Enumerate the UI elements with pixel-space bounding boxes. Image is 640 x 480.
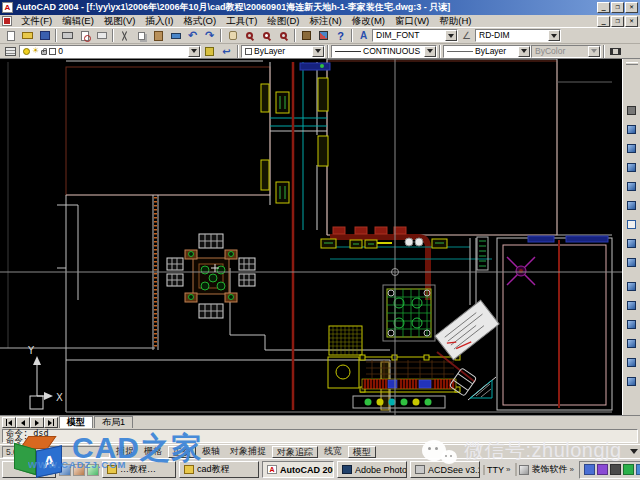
menu-insert[interactable]: 插入(I)	[140, 15, 178, 28]
layer-combo[interactable]: ☀ 0	[19, 45, 201, 58]
status-otrack[interactable]: 对象追踪	[272, 446, 318, 458]
last-tab-icon[interactable]	[44, 417, 58, 428]
3d-orbit-icon[interactable]	[624, 279, 640, 294]
layer-previous-icon[interactable]: ↩	[218, 44, 235, 58]
task-button-tutorial-folder[interactable]: …教程…	[102, 461, 176, 478]
lineweight-settings-icon[interactable]	[607, 44, 624, 58]
zoom-realtime-icon[interactable]	[241, 29, 258, 43]
tray-icon[interactable]	[610, 464, 621, 475]
new-icon[interactable]	[2, 29, 19, 43]
status-menu-arrow-icon[interactable]	[630, 449, 638, 458]
restore-icon[interactable]: ❐	[611, 2, 624, 13]
tray-icon[interactable]	[584, 464, 595, 475]
dropdown-arrow-icon[interactable]	[548, 30, 560, 41]
tab-layout1[interactable]: 布局1	[94, 416, 133, 428]
3d-pan-icon[interactable]	[624, 298, 640, 313]
shade-2d-wireframe-icon[interactable]	[624, 141, 640, 156]
layer-manager-icon[interactable]	[2, 44, 19, 58]
status-grid[interactable]: 栅格	[140, 446, 166, 458]
menu-format[interactable]: 格式(O)	[178, 15, 221, 28]
shade-hidden-icon[interactable]	[624, 179, 640, 194]
lineweight-combo[interactable]: ByLayer	[443, 45, 531, 58]
chevron-icon[interactable]: »	[506, 465, 510, 474]
plot-preview-icon[interactable]	[76, 29, 93, 43]
status-ortho[interactable]: 正交	[168, 446, 196, 458]
tab-model[interactable]: 模型	[59, 416, 93, 428]
3d-distance-icon[interactable]	[624, 355, 640, 370]
decor-software-band[interactable]: 装饰软件 »	[515, 463, 575, 476]
autocad-app-icon[interactable]: A	[2, 2, 13, 13]
language-band[interactable]: TTY »	[483, 465, 512, 475]
tray-icon[interactable]	[636, 464, 640, 475]
dropdown-arrow-icon[interactable]	[188, 46, 200, 57]
task-button-cad-folder[interactable]: cad教程	[179, 461, 259, 478]
copy-icon[interactable]	[133, 29, 150, 43]
designcenter-icon[interactable]	[298, 29, 315, 43]
tray-icon[interactable]	[597, 464, 608, 475]
task-button-acdsee[interactable]: ACDSee v3.1…	[410, 461, 480, 478]
open-icon[interactable]	[19, 29, 36, 43]
help-icon[interactable]: ?	[332, 29, 349, 43]
quick-launch-icon[interactable]	[73, 464, 85, 476]
status-lwt[interactable]: 线宽	[320, 446, 346, 458]
3d-zoom-icon[interactable]	[624, 317, 640, 332]
dropdown-arrow-icon[interactable]	[518, 46, 530, 57]
menu-dimension[interactable]: 标注(N)	[305, 15, 347, 28]
render-icon[interactable]	[624, 103, 640, 118]
prev-tab-icon[interactable]	[16, 417, 30, 428]
quick-launch-icon[interactable]	[59, 464, 71, 476]
zoom-previous-icon[interactable]	[275, 29, 292, 43]
doc-minimize-icon[interactable]: _	[597, 16, 610, 27]
plot-icon[interactable]	[59, 29, 76, 43]
text-style-combo[interactable]: DIM_FONT	[372, 29, 458, 42]
3d-clip-icon[interactable]	[624, 374, 640, 389]
menu-file[interactable]: 文件(F)	[16, 15, 57, 28]
make-object-layer-current-icon[interactable]	[201, 44, 218, 58]
zoom-window-icon[interactable]	[258, 29, 275, 43]
document-icon[interactable]	[2, 16, 12, 26]
menu-edit[interactable]: 编辑(E)	[57, 15, 99, 28]
image-icon[interactable]	[624, 217, 640, 232]
task-button-autocad[interactable]: A AutoCAD 200…	[262, 461, 334, 478]
next-tab-icon[interactable]	[30, 417, 44, 428]
dropdown-arrow-icon[interactable]	[445, 30, 457, 41]
color-combo[interactable]: ByLayer	[241, 45, 325, 58]
doc-restore-icon[interactable]: ❐	[611, 16, 624, 27]
undo-icon[interactable]: ↶	[184, 29, 201, 43]
match-properties-icon[interactable]	[167, 29, 184, 43]
3d-views-icon[interactable]	[624, 122, 640, 137]
text-style-icon[interactable]: A	[355, 29, 372, 43]
named-views-icon[interactable]	[624, 236, 640, 251]
tool-palettes-icon[interactable]	[315, 29, 332, 43]
first-tab-icon[interactable]	[2, 417, 16, 428]
dim-style-combo[interactable]: RD-DIM	[475, 29, 561, 42]
dropdown-arrow-icon[interactable]	[424, 46, 436, 57]
cut-icon[interactable]	[116, 29, 133, 43]
menu-view[interactable]: 视图(V)	[99, 15, 141, 28]
dropdown-arrow-icon[interactable]	[312, 46, 324, 57]
tray-icon[interactable]	[623, 464, 634, 475]
publish-icon[interactable]	[93, 29, 110, 43]
status-polar[interactable]: 极轴	[198, 446, 224, 458]
close-icon[interactable]: ✕	[625, 2, 638, 13]
doc-close-icon[interactable]: ✕	[625, 16, 638, 27]
save-icon[interactable]	[36, 29, 53, 43]
toolbar-grip[interactable]	[626, 62, 638, 65]
paste-icon[interactable]	[150, 29, 167, 43]
menu-draw[interactable]: 绘图(D)	[262, 15, 304, 28]
menu-modify[interactable]: 修改(M)	[347, 15, 390, 28]
command-text-area[interactable]: 命令: dsd 命令:	[2, 429, 638, 443]
menu-window[interactable]: 窗口(W)	[390, 15, 434, 28]
start-button[interactable]	[2, 461, 56, 478]
status-osnap[interactable]: 对象捕捉	[226, 446, 270, 458]
drawing-canvas[interactable]: Y X	[0, 59, 622, 415]
menu-help[interactable]: 帮助(H)	[434, 15, 476, 28]
dim-style-icon[interactable]: ∠	[458, 29, 475, 43]
chevron-icon[interactable]: »	[569, 465, 573, 474]
task-button-photoshop[interactable]: Adobe Photo…	[337, 461, 407, 478]
status-model[interactable]: 模型	[348, 446, 376, 458]
shade-gouraud-icon[interactable]	[624, 255, 640, 270]
shade-flat-icon[interactable]	[624, 198, 640, 213]
shade-3d-wireframe-icon[interactable]	[624, 160, 640, 175]
quick-launch-icon[interactable]	[87, 464, 99, 476]
